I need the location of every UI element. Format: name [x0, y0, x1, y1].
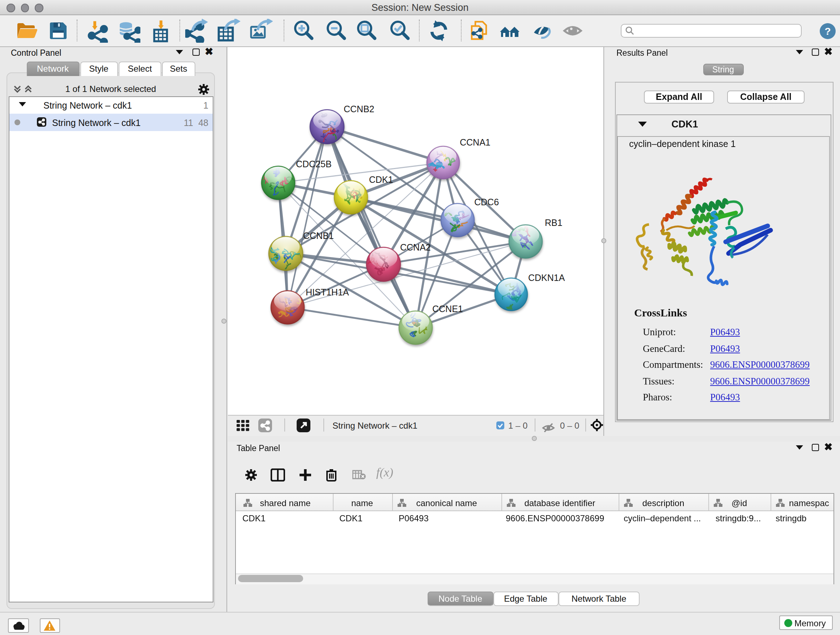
svg-text:RB1: RB1	[545, 217, 562, 227]
svg-text:CDK1: CDK1	[369, 174, 393, 184]
svg-text:HIST1H1A: HIST1H1A	[306, 287, 349, 297]
svg-text:CDC25B: CDC25B	[296, 158, 332, 169]
svg-text:CDC6: CDC6	[474, 196, 499, 207]
svg-text:CCNE1: CCNE1	[432, 303, 463, 314]
svg-text:CCNB1: CCNB1	[303, 230, 334, 241]
svg-text:CCNA1: CCNA1	[460, 137, 491, 147]
svg-text:CDKN1A: CDKN1A	[528, 272, 565, 282]
svg-text:CCNA2: CCNA2	[400, 242, 431, 252]
svg-text:CCNB2: CCNB2	[344, 103, 374, 114]
